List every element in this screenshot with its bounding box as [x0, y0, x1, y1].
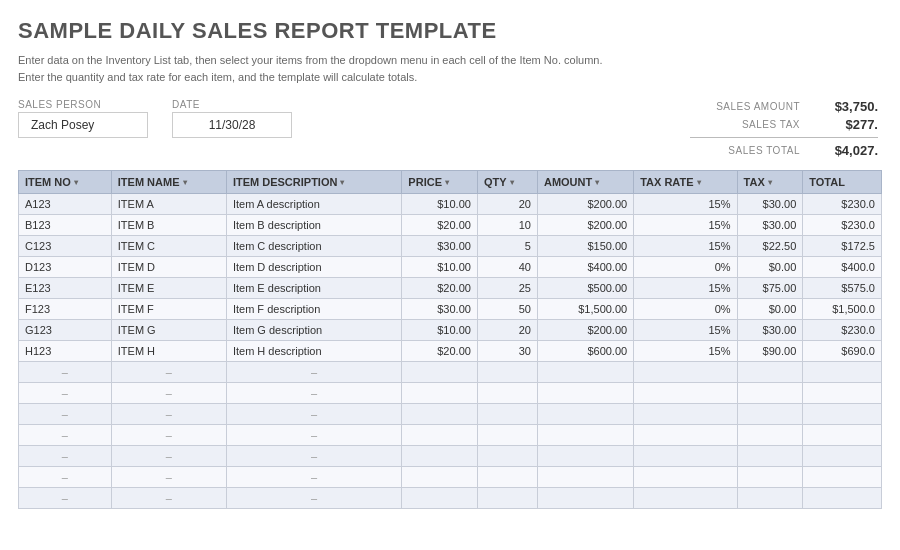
empty-row: – – –: [19, 425, 882, 446]
sort-icon-item-desc: ▾: [340, 178, 344, 187]
cell-item-no: E123: [19, 278, 112, 299]
date-value[interactable]: 11/30/28: [172, 112, 292, 138]
empty-qty: [477, 467, 537, 488]
empty-tax-rate: [634, 362, 737, 383]
subtitle: Enter data on the Inventory List tab, th…: [18, 52, 882, 85]
sort-icon-price: ▾: [445, 178, 449, 187]
cell-tax: $30.00: [737, 215, 803, 236]
date-label: DATE: [172, 99, 292, 110]
empty-tax-rate: [634, 404, 737, 425]
empty-row: – – –: [19, 404, 882, 425]
cell-total: $690.0: [803, 341, 882, 362]
empty-qty: [477, 446, 537, 467]
cell-item-no: D123: [19, 257, 112, 278]
cell-item-no: H123: [19, 341, 112, 362]
table-row: A123 ITEM A Item A description $10.00 20…: [19, 194, 882, 215]
empty-item-name: –: [111, 362, 226, 383]
empty-tax-rate: [634, 446, 737, 467]
empty-description: –: [226, 362, 401, 383]
cell-tax: $0.00: [737, 299, 803, 320]
empty-description: –: [226, 488, 401, 509]
table-row: D123 ITEM D Item D description $10.00 40…: [19, 257, 882, 278]
empty-total: [803, 446, 882, 467]
cell-total: $230.0: [803, 320, 882, 341]
empty-item-no: –: [19, 446, 112, 467]
cell-total: $575.0: [803, 278, 882, 299]
sales-person-value[interactable]: Zach Posey: [18, 112, 148, 138]
cell-tax-rate: 0%: [634, 257, 737, 278]
empty-price: [402, 383, 478, 404]
empty-amount: [537, 467, 633, 488]
cell-total: $172.5: [803, 236, 882, 257]
empty-qty: [477, 383, 537, 404]
empty-total: [803, 467, 882, 488]
sort-icon-item-no: ▾: [74, 178, 78, 187]
col-tax-rate[interactable]: TAX RATE ▾: [634, 171, 737, 194]
col-price[interactable]: PRICE ▾: [402, 171, 478, 194]
cell-price: $20.00: [402, 341, 478, 362]
page-title: SAMPLE DAILY SALES REPORT TEMPLATE: [18, 18, 882, 44]
empty-tax: [737, 404, 803, 425]
empty-tax: [737, 383, 803, 404]
sort-icon-amount: ▾: [595, 178, 599, 187]
cell-tax-rate: 15%: [634, 278, 737, 299]
empty-row: – – –: [19, 488, 882, 509]
table-row: G123 ITEM G Item G description $10.00 20…: [19, 320, 882, 341]
cell-item-name: ITEM E: [111, 278, 226, 299]
cell-item-no: C123: [19, 236, 112, 257]
table-row: B123 ITEM B Item B description $20.00 10…: [19, 215, 882, 236]
cell-qty: 30: [477, 341, 537, 362]
table-row: C123 ITEM C Item C description $30.00 5 …: [19, 236, 882, 257]
col-amount[interactable]: AMOUNT ▾: [537, 171, 633, 194]
empty-item-no: –: [19, 488, 112, 509]
cell-tax: $0.00: [737, 257, 803, 278]
cell-item-name: ITEM A: [111, 194, 226, 215]
cell-qty: 25: [477, 278, 537, 299]
cell-description: Item G description: [226, 320, 401, 341]
col-tax[interactable]: TAX ▾: [737, 171, 803, 194]
sales-person-block: SALES PERSON Zach Posey: [18, 99, 148, 138]
empty-item-name: –: [111, 404, 226, 425]
empty-item-no: –: [19, 425, 112, 446]
sort-icon-item-name: ▾: [183, 178, 187, 187]
cell-price: $20.00: [402, 215, 478, 236]
empty-description: –: [226, 404, 401, 425]
cell-price: $10.00: [402, 194, 478, 215]
empty-total: [803, 488, 882, 509]
empty-qty: [477, 362, 537, 383]
cell-amount: $200.00: [537, 215, 633, 236]
empty-row: – – –: [19, 467, 882, 488]
empty-tax: [737, 362, 803, 383]
col-item-desc[interactable]: ITEM DESCRIPTION ▾: [226, 171, 401, 194]
cell-qty: 50: [477, 299, 537, 320]
cell-total: $230.0: [803, 215, 882, 236]
empty-total: [803, 383, 882, 404]
empty-price: [402, 362, 478, 383]
col-item-no[interactable]: ITEM NO ▾: [19, 171, 112, 194]
cell-amount: $200.00: [537, 194, 633, 215]
empty-row: – – –: [19, 383, 882, 404]
sales-amount-value: $3,750.: [808, 99, 878, 114]
empty-price: [402, 404, 478, 425]
cell-tax-rate: 15%: [634, 236, 737, 257]
cell-amount: $400.00: [537, 257, 633, 278]
cell-item-no: A123: [19, 194, 112, 215]
empty-row: – – –: [19, 362, 882, 383]
empty-tax: [737, 446, 803, 467]
table-row: H123 ITEM H Item H description $20.00 30…: [19, 341, 882, 362]
empty-item-name: –: [111, 488, 226, 509]
subtitle-line2: Enter the quantity and tax rate for each…: [18, 69, 882, 86]
sales-amount-row: SALES AMOUNT $3,750.: [690, 99, 878, 114]
empty-item-no: –: [19, 404, 112, 425]
empty-amount: [537, 362, 633, 383]
empty-price: [402, 446, 478, 467]
col-qty[interactable]: QTY ▾: [477, 171, 537, 194]
cell-tax: $75.00: [737, 278, 803, 299]
col-item-name[interactable]: ITEM NAME ▾: [111, 171, 226, 194]
empty-price: [402, 488, 478, 509]
cell-tax: $90.00: [737, 341, 803, 362]
sales-tax-value: $277.: [808, 117, 878, 132]
cell-tax: $30.00: [737, 320, 803, 341]
empty-tax: [737, 425, 803, 446]
sort-icon-qty: ▾: [510, 178, 514, 187]
